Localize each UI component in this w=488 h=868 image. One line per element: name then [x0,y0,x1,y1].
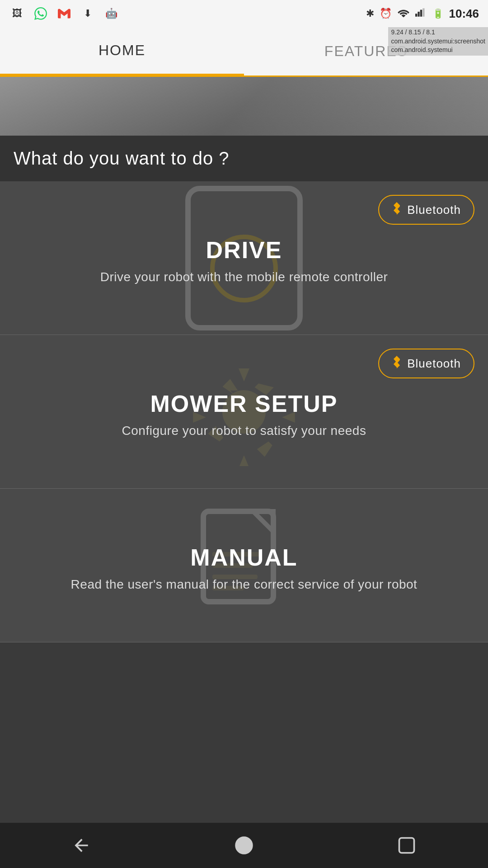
hero-section [0,77,488,136]
home-button[interactable] [226,827,262,863]
manual-card[interactable]: MANUAL Read the user's manual for the co… [0,489,488,642]
debug-line1: 9.24 / 8.15 / 8.1 [391,28,485,37]
status-icons-left: 🖼 ⬇ 🤖 [9,5,119,22]
debug-line2: com.android.systemui:screenshot [391,37,485,46]
status-time: 10:46 [449,7,479,21]
gallery-icon: 🖼 [9,5,25,22]
home-tab-label: HOME [99,42,145,59]
svg-rect-11 [399,838,414,853]
manual-title: MANUAL [190,544,297,571]
status-right: ✱ ⏰ 🔋 10:46 [366,7,479,21]
nav-home-tab[interactable]: HOME [0,27,244,75]
debug-line3: com.android.systemui [391,46,485,55]
recent-apps-button[interactable] [389,827,425,863]
drive-description: Drive your robot with the mobile remote … [100,270,388,284]
battery-icon: 🔋 [432,8,444,19]
bluetooth-icon-drive [392,202,402,217]
mower-setup-card[interactable]: Bluetooth MOWER SETUP Configure your rob… [0,335,488,489]
whatsapp-icon [33,5,49,22]
drive-title: DRIVE [206,236,282,264]
download-icon: ⬇ [80,5,96,22]
mower-bluetooth-label: Bluetooth [407,357,461,371]
mower-bluetooth-button[interactable]: Bluetooth [378,349,474,378]
signal-icon [415,7,427,20]
question-text: What do you want to do ? [14,148,474,169]
drive-card[interactable]: Bluetooth DRIVE Drive your robot with th… [0,181,488,335]
svg-point-10 [236,837,253,854]
svg-rect-0 [415,14,417,17]
bluetooth-status-icon: ✱ [366,8,374,19]
mower-description: Configure your robot to satisfy your nee… [122,424,366,438]
wifi-icon [397,7,410,20]
manual-card-inner: MANUAL Read the user's manual for the co… [0,517,488,614]
status-bar: 🖼 ⬇ 🤖 ✱ ⏰ 🔋 10:46 [0,0,488,27]
debug-overlay: 9.24 / 8.15 / 8.1 com.android.systemui:s… [388,27,488,56]
mower-title: MOWER SETUP [150,390,338,417]
manual-description: Read the user's manual for the correct s… [71,577,418,592]
android-icon: 🤖 [103,5,119,22]
alarm-icon: ⏰ [380,8,392,19]
svg-rect-1 [418,12,419,17]
back-button[interactable] [63,827,99,863]
drive-bluetooth-button[interactable]: Bluetooth [378,195,474,225]
question-banner: What do you want to do ? [0,136,488,181]
bottom-navigation [0,823,488,868]
svg-rect-2 [420,10,422,17]
bluetooth-icon-mower [392,356,402,371]
drive-bluetooth-label: Bluetooth [407,203,461,217]
gmail-icon [56,5,72,22]
svg-rect-3 [422,8,424,16]
